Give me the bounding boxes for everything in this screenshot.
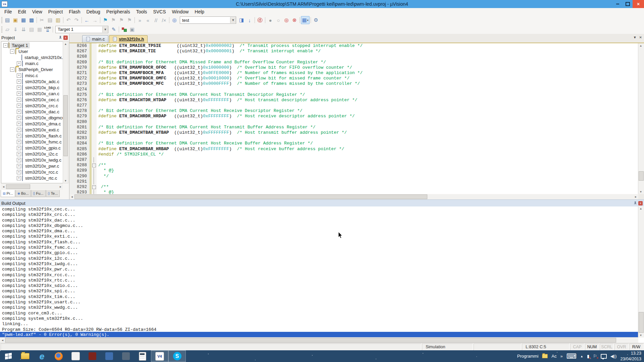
download-button[interactable]: LOAD⇊ xyxy=(44,26,52,33)
scroll-right-icon[interactable]: ► xyxy=(58,184,63,189)
expand-icon[interactable]: + xyxy=(17,116,21,120)
search-combobox[interactable]: test▼ xyxy=(180,16,236,24)
scroll-up-icon[interactable]: ▲ xyxy=(638,206,643,211)
save-button[interactable]: ▦ xyxy=(19,16,28,24)
minimize-button[interactable] xyxy=(612,0,623,8)
close-panel-button[interactable]: x xyxy=(63,36,68,40)
menu-flash[interactable]: Flash xyxy=(66,8,83,15)
expand-icon[interactable]: + xyxy=(17,122,21,126)
close-panel-button[interactable]: x xyxy=(638,201,643,205)
scroll-left-icon[interactable]: ◄ xyxy=(1,184,6,189)
copy-button[interactable]: ▤ xyxy=(46,16,54,24)
undo-button[interactable]: ↶ xyxy=(64,16,72,24)
menu-window[interactable]: Window xyxy=(169,8,192,15)
safely-remove-device-icon[interactable]: ▮× xyxy=(587,354,589,359)
tree-item[interactable]: +stm32f10x_bkp.c xyxy=(1,84,63,90)
books-tab[interactable]: ◉Bo... xyxy=(15,190,31,197)
save-all-button[interactable]: ▩ xyxy=(28,16,36,24)
tree-item[interactable]: +stm32f10x_rcc.c xyxy=(1,169,63,175)
tree-item[interactable]: +stm32f10x_i2c.c xyxy=(1,151,63,157)
scroll-down-icon[interactable]: ▼ xyxy=(638,333,643,338)
fold-collapse-icon[interactable]: − xyxy=(92,163,97,168)
paste-button[interactable]: ▥ xyxy=(54,16,62,24)
tree-item[interactable]: +stm32f10x_fsmc.c xyxy=(1,139,63,145)
scroll-down-icon[interactable]: ▼ xyxy=(63,178,68,183)
build-output-vscrollbar[interactable]: ▲ ▼ xyxy=(638,206,644,338)
media-app-button[interactable] xyxy=(117,351,134,362)
tree-item[interactable]: +stm32f10x_adc.c xyxy=(1,78,63,84)
tab-list-dropdown-icon[interactable]: ▼ xyxy=(633,36,637,39)
templates-tab[interactable]: ()Te... xyxy=(46,190,60,197)
tree-item[interactable]: +stm32f10x_flash.c xyxy=(1,133,63,139)
tree-item[interactable]: +stm32f10x_crc.c xyxy=(1,103,63,109)
editor-vscrollbar[interactable]: ▲ ▼ xyxy=(638,43,644,194)
chevron-icon[interactable]: » xyxy=(560,354,563,359)
build-target-button[interactable]: ⇓ xyxy=(11,26,19,33)
scroll-left-icon[interactable]: ◄ xyxy=(69,194,74,199)
menu-file[interactable]: File xyxy=(1,8,15,15)
project-tree-vscrollbar[interactable]: ▲ ▼ xyxy=(63,41,68,183)
app-blue-button[interactable] xyxy=(101,351,117,362)
touch-keyboard-icon[interactable]: ⌨ xyxy=(567,353,577,360)
maximize-button[interactable] xyxy=(623,0,633,8)
build-output-hscrollbar[interactable]: ◄ xyxy=(0,337,638,343)
open-file-button[interactable]: ▣ xyxy=(11,16,19,24)
tree-item[interactable]: −Target 1 xyxy=(1,42,63,48)
hidden-icons-icon[interactable]: ▲ xyxy=(580,355,583,358)
collapse-icon[interactable]: − xyxy=(10,67,14,72)
pin-icon[interactable] xyxy=(633,201,637,205)
menu-edit[interactable]: Edit xyxy=(15,8,29,15)
fold-collapse-icon[interactable]: − xyxy=(92,184,97,190)
configure-wrench-button[interactable]: ⚙ xyxy=(312,16,320,24)
incremental-find-button[interactable]: ↓ xyxy=(246,16,254,24)
tree-item[interactable]: +stm32f10x_can.c xyxy=(1,90,63,97)
navigate-forward-button[interactable]: → xyxy=(91,16,99,24)
expand-icon[interactable]: + xyxy=(17,152,21,156)
tree-item[interactable]: +stm32f10x_gpio.c xyxy=(1,145,63,151)
close-button[interactable]: × xyxy=(633,0,644,8)
menu-view[interactable]: View xyxy=(29,8,45,15)
navigate-back-button[interactable]: ← xyxy=(83,16,91,24)
calculator-button[interactable] xyxy=(134,351,151,362)
tree-item[interactable]: +main.c xyxy=(1,60,63,66)
start-stop-debug-button[interactable]: ⓓ xyxy=(256,16,264,24)
insert-breakpoint-button[interactable]: ● xyxy=(266,16,274,24)
tree-item[interactable]: +stm32f10x_iwdg.c xyxy=(1,157,63,163)
scroll-left-icon[interactable]: ◄ xyxy=(0,338,5,343)
comment-selection-button[interactable]: // xyxy=(152,16,160,24)
editor-tab-main.c[interactable]: main.c xyxy=(82,35,108,43)
redo-button[interactable]: ↷ xyxy=(72,16,80,24)
bookmark-clear-all-button[interactable]: ⚑ xyxy=(125,16,133,24)
disable-breakpoint-button[interactable]: ○ xyxy=(274,16,282,24)
find-in-files-2-button[interactable]: ◨ xyxy=(237,16,246,24)
target-select-combobox[interactable]: Target 1▼ xyxy=(55,26,108,33)
file-extensions-button[interactable]: ▣ xyxy=(128,26,136,33)
scroll-down-icon[interactable]: ▼ xyxy=(638,189,643,194)
build-result-line[interactable]: "pwm-led.axf" - 0 Error(s), 0 Warning(s)… xyxy=(0,332,638,338)
project-tab[interactable]: ▤Pr... xyxy=(1,190,15,197)
bookmark-toggle-button[interactable]: ⚑ xyxy=(101,16,109,24)
menu-svcs[interactable]: SVCS xyxy=(150,8,169,15)
programs-toolbar-label[interactable]: Programmi xyxy=(517,354,539,359)
expand-icon[interactable]: + xyxy=(17,128,21,132)
collapse-icon[interactable]: − xyxy=(3,43,8,48)
expand-icon[interactable]: + xyxy=(17,158,21,162)
tree-item[interactable]: +stm32f10x_pwr.c xyxy=(1,163,63,169)
firefox-button[interactable] xyxy=(50,351,67,362)
close-file-icon[interactable]: ✕ xyxy=(639,36,642,39)
indent-button[interactable]: » xyxy=(136,16,144,24)
tree-item[interactable]: +stm32f10x_exti.c xyxy=(1,127,63,133)
expand-icon[interactable]: + xyxy=(17,164,21,168)
chevron-down-icon[interactable]: ▼ xyxy=(230,17,236,23)
expand-icon[interactable]: + xyxy=(17,134,21,138)
scroll-up-icon[interactable]: ▲ xyxy=(638,43,643,48)
expand-icon[interactable]: + xyxy=(17,104,21,108)
functions-tab[interactable]: {}Fu... xyxy=(31,190,46,197)
chevron-down-icon[interactable]: ▼ xyxy=(102,26,108,33)
expand-icon[interactable]: + xyxy=(17,73,21,78)
cut-button[interactable]: ✂ xyxy=(38,16,46,24)
tree-item[interactable]: +stm32f10x_dma.c xyxy=(1,121,63,127)
toolbar-group-label[interactable]: Ac xyxy=(551,354,556,359)
project-tree-hscrollbar[interactable]: ◄ ► xyxy=(1,184,63,189)
expand-icon[interactable]: + xyxy=(17,140,21,144)
